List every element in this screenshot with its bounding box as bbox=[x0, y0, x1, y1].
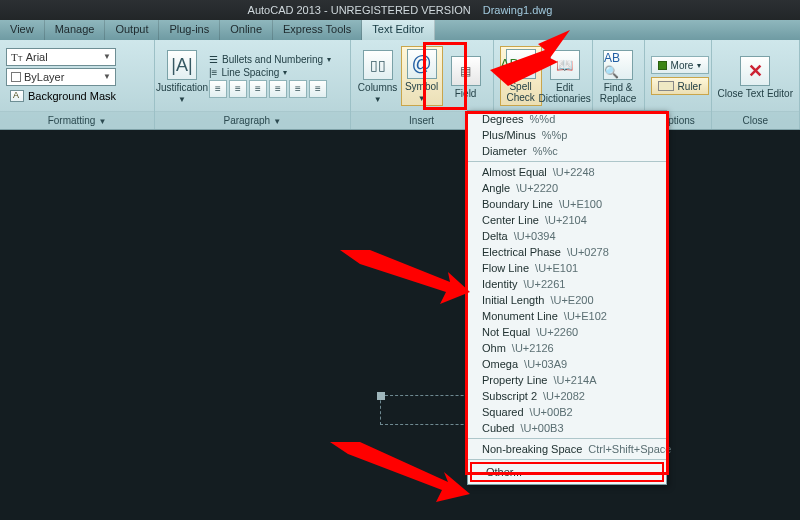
check-icon bbox=[658, 61, 667, 70]
panel-paragraph: |A| Justification ▼ ☰Bullets and Numberi… bbox=[155, 40, 351, 129]
menu-item-label: Property Line bbox=[482, 374, 547, 386]
find-icon: AB🔍 bbox=[603, 50, 633, 80]
menu-item-code: \U+E102 bbox=[564, 310, 607, 322]
menu-item-code: \U+E101 bbox=[535, 262, 578, 274]
menu-item[interactable]: Delta\U+0394 bbox=[468, 228, 666, 244]
layer-combo[interactable]: ByLayer ▼ bbox=[6, 68, 116, 86]
font-name: Arial bbox=[26, 51, 48, 63]
edit-dictionaries-button[interactable]: 📖 Edit Dictionaries bbox=[544, 47, 586, 104]
panel-title-formatting[interactable]: Formatting▼ bbox=[0, 111, 154, 129]
justification-label: Justification bbox=[156, 82, 208, 93]
menu-item-code: \U+00B2 bbox=[530, 406, 573, 418]
chevron-down-icon: ▼ bbox=[103, 72, 111, 81]
justification-icon: |A| bbox=[167, 50, 197, 80]
menu-item[interactable]: Not Equal\U+2260 bbox=[468, 324, 666, 340]
app-title: AutoCAD 2013 - UNREGISTERED VERSION bbox=[248, 4, 471, 16]
tab-online[interactable]: Online bbox=[220, 20, 273, 40]
tab-text-editor[interactable]: Text Editor bbox=[362, 20, 435, 40]
align-dist-button[interactable]: ≡ bbox=[289, 80, 307, 98]
menu-item-code: %%c bbox=[533, 145, 558, 157]
menu-item-label: Identity bbox=[482, 278, 517, 290]
align-right-button[interactable]: ≡ bbox=[249, 80, 267, 98]
menu-item[interactable]: Diameter%%c bbox=[468, 143, 666, 159]
tab-output[interactable]: Output bbox=[105, 20, 159, 40]
background-mask-icon bbox=[10, 90, 24, 102]
tab-manage[interactable]: Manage bbox=[45, 20, 106, 40]
menu-item[interactable]: Degrees%%d bbox=[468, 111, 666, 127]
close-icon: ✕ bbox=[740, 56, 770, 86]
menu-item-label: Electrical Phase bbox=[482, 246, 561, 258]
background-mask-button[interactable]: Background Mask bbox=[6, 88, 120, 104]
title-bar: AutoCAD 2013 - UNREGISTERED VERSION Draw… bbox=[0, 0, 800, 20]
menu-item-code: \U+0278 bbox=[567, 246, 609, 258]
field-icon: ▤ bbox=[451, 56, 481, 86]
menu-item[interactable]: Cubed\U+00B3 bbox=[468, 420, 666, 436]
menu-item[interactable]: Plus/Minus%%p bbox=[468, 127, 666, 143]
menu-item-label: Monument Line bbox=[482, 310, 558, 322]
menu-item[interactable]: Identity\U+2261 bbox=[468, 276, 666, 292]
menu-item-other[interactable]: Other... bbox=[470, 462, 664, 482]
tab-express[interactable]: Express Tools bbox=[273, 20, 362, 40]
menu-item-code: \U+00B3 bbox=[520, 422, 563, 434]
menu-item[interactable]: Boundary Line\U+E100 bbox=[468, 196, 666, 212]
font-combo[interactable]: TTArial ▼ bbox=[6, 48, 116, 66]
document-name: Drawing1.dwg bbox=[483, 4, 553, 16]
menu-item-label: Boundary Line bbox=[482, 198, 553, 210]
bullets-icon: ☰ bbox=[209, 54, 218, 65]
menu-item[interactable]: Subscript 2\U+2082 bbox=[468, 388, 666, 404]
at-symbol-icon: @ bbox=[407, 49, 437, 79]
spellcheck-icon: ABC✔ bbox=[506, 49, 536, 79]
symbol-button[interactable]: @ Symbol▼ bbox=[401, 46, 443, 106]
symbol-dropdown-menu: Degrees%%dPlus/Minus%%pDiameter%%cAlmost… bbox=[467, 110, 667, 485]
menu-item-code: %%d bbox=[530, 113, 556, 125]
menu-item[interactable]: Monument Line\U+E102 bbox=[468, 308, 666, 324]
menu-item[interactable]: Angle\U+2220 bbox=[468, 180, 666, 196]
background-mask-label: Background Mask bbox=[28, 90, 116, 102]
menu-item-label: Non-breaking Space bbox=[482, 443, 582, 455]
menu-item-code: \U+2126 bbox=[512, 342, 554, 354]
menu-item[interactable]: Property Line\U+214A bbox=[468, 372, 666, 388]
find-replace-button[interactable]: AB🔍 Find & Replace bbox=[599, 47, 638, 104]
field-button[interactable]: ▤ Field bbox=[445, 53, 487, 99]
menu-item-code: \U+2248 bbox=[553, 166, 595, 178]
justification-button[interactable]: |A| Justification ▼ bbox=[161, 47, 203, 104]
align-center-button[interactable]: ≡ bbox=[229, 80, 247, 98]
more-button[interactable]: More▾ bbox=[651, 56, 709, 74]
close-editor-button[interactable]: ✕ Close Text Editor bbox=[718, 53, 793, 99]
spell-check-button[interactable]: ABC✔ Spell Check bbox=[500, 46, 542, 106]
dictionary-icon: 📖 bbox=[550, 50, 580, 80]
menu-item-label: Delta bbox=[482, 230, 508, 242]
bullets-button[interactable]: ☰Bullets and Numbering▾ bbox=[209, 54, 331, 65]
menu-item[interactable]: Squared\U+00B2 bbox=[468, 404, 666, 420]
menu-item[interactable]: Ohm\U+2126 bbox=[468, 340, 666, 356]
panel-close: ✕ Close Text Editor Close bbox=[712, 40, 800, 129]
menu-item[interactable]: Flow Line\U+E101 bbox=[468, 260, 666, 276]
menu-item-label: Degrees bbox=[482, 113, 524, 125]
tab-plugins[interactable]: Plug-ins bbox=[159, 20, 220, 40]
menu-item-code: \U+2260 bbox=[536, 326, 578, 338]
menu-item[interactable]: Center Line\U+2104 bbox=[468, 212, 666, 228]
menu-item[interactable]: Initial Length\U+E200 bbox=[468, 292, 666, 308]
linespacing-icon: |≡ bbox=[209, 67, 217, 78]
align-full-button[interactable]: ≡ bbox=[309, 80, 327, 98]
align-left-button[interactable]: ≡ bbox=[209, 80, 227, 98]
layer-name: ByLayer bbox=[24, 71, 64, 83]
tab-view[interactable]: View bbox=[0, 20, 45, 40]
menu-item-code: \U+0394 bbox=[514, 230, 556, 242]
menu-item-label: Not Equal bbox=[482, 326, 530, 338]
menu-item[interactable]: Electrical Phase\U+0278 bbox=[468, 244, 666, 260]
panel-title-paragraph[interactable]: Paragraph▼ bbox=[155, 111, 350, 129]
columns-button[interactable]: ▯▯ Columns▼ bbox=[357, 47, 399, 104]
align-justify-button[interactable]: ≡ bbox=[269, 80, 287, 98]
menu-item[interactable]: Omega\U+03A9 bbox=[468, 356, 666, 372]
menu-item-label: Almost Equal bbox=[482, 166, 547, 178]
ruler-button[interactable]: Ruler bbox=[651, 77, 709, 95]
menu-item-code: %%p bbox=[542, 129, 568, 141]
menu-item-code: \U+214A bbox=[553, 374, 596, 386]
line-spacing-button[interactable]: |≡Line Spacing▾ bbox=[209, 67, 331, 78]
ribbon: TTArial ▼ ByLayer ▼ Background Mask Form… bbox=[0, 40, 800, 130]
drawing-canvas[interactable] bbox=[0, 130, 800, 520]
menu-item[interactable]: Almost Equal\U+2248 bbox=[468, 164, 666, 180]
menu-item[interactable]: Non-breaking SpaceCtrl+Shift+Space bbox=[468, 441, 666, 457]
menu-item-code: Ctrl+Shift+Space bbox=[588, 443, 671, 455]
